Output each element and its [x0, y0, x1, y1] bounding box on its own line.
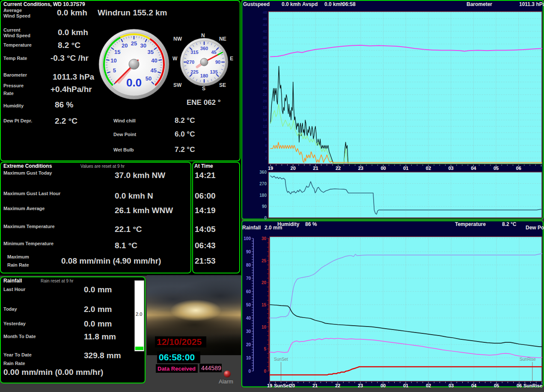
compass-cardinal-sw: SW	[173, 82, 181, 88]
svg-text:20: 20	[262, 280, 267, 285]
svg-text:02: 02	[426, 166, 431, 171]
svg-text:0.0: 0.0	[126, 76, 142, 89]
svg-text:03: 03	[448, 166, 453, 171]
temp-rate-value: -0.3 °C /hr	[51, 53, 89, 63]
svg-text:03: 03	[449, 383, 454, 387]
current-conditions-title: Current Conditions, WD 10.37S79	[3, 1, 85, 7]
svg-text:12: 12	[263, 124, 267, 128]
wind-speed-direction-chart[interactable]: 2468101214161820222426283032343638404244…	[242, 0, 544, 220]
svg-text:01: 01	[403, 166, 408, 171]
avg-wind-label-1: Average	[3, 8, 22, 13]
weather-display-window: Current Conditions, WD 10.37S79 Average …	[0, 0, 544, 392]
barometer-value: 1011.3 hPa	[53, 72, 94, 82]
svg-text:40: 40	[263, 36, 267, 40]
dew-depression-value: 2.2 °C	[55, 116, 77, 126]
dew-point-value: 6.0 °C	[175, 130, 195, 139]
pressure-rate-label-1: Pressure	[3, 83, 24, 88]
svg-text:225: 225	[190, 69, 198, 74]
dew-depression-label: Dew Pt Depr.	[3, 118, 32, 123]
svg-text:10: 10	[263, 131, 267, 135]
svg-text:20: 20	[263, 99, 267, 103]
alarm-label: Alarm	[219, 378, 233, 385]
svg-text:270: 270	[187, 59, 194, 65]
svg-text:60: 60	[246, 289, 251, 294]
humidity-label: Humidity	[3, 103, 24, 108]
svg-text:20: 20	[290, 383, 295, 387]
extreme-row-value: 26.1 kmh WNW	[115, 206, 173, 215]
svg-text:30: 30	[263, 67, 267, 71]
wet-bulb-value: 7.2 °C	[175, 146, 195, 154]
svg-text:30: 30	[140, 42, 146, 49]
extreme-row-value: 22.1 °C	[115, 225, 142, 234]
svg-text:00: 00	[381, 166, 386, 171]
extreme-row-label2: Rain Rate	[7, 262, 29, 267]
svg-text:50: 50	[246, 303, 251, 307]
rain-rate-label: Rain Rate	[3, 361, 25, 366]
temp-rate-label: Temp Rate	[3, 56, 27, 61]
extreme-row-label: Minimum Temperature	[3, 241, 54, 246]
svg-text:20: 20	[291, 166, 296, 171]
svg-text:04: 04	[471, 383, 477, 387]
svg-text:48: 48	[263, 10, 267, 15]
humidity-temp-dew-rain-chart[interactable]: 0102030405060708090100051015202530SunSet…	[242, 221, 544, 387]
extreme-row-label: Maximum Gust Today	[3, 170, 52, 175]
svg-text:18: 18	[263, 105, 267, 110]
humidity-value: 86 %	[55, 100, 73, 110]
data-received-box: Data Received	[156, 364, 198, 373]
svg-text:22: 22	[335, 383, 340, 387]
svg-text:0: 0	[264, 369, 266, 374]
svg-text:10: 10	[262, 325, 267, 330]
wet-bulb-label: Wet Bulb	[113, 147, 134, 152]
svg-text:10: 10	[110, 57, 116, 64]
temperature-value: 8.2 °C	[58, 41, 80, 50]
webcam-date: 12/10/2025	[157, 337, 202, 347]
rain-row-label: Year To Date	[3, 352, 32, 357]
svg-text:180: 180	[259, 193, 267, 198]
svg-text:46: 46	[263, 17, 267, 21]
cur-wind-value: 0.0 kmh	[58, 28, 88, 37]
svg-text:05: 05	[494, 383, 499, 387]
svg-text:270: 270	[259, 181, 267, 186]
svg-text:100: 100	[244, 236, 251, 241]
extreme-row-value: 0.08 mm/min (4.90 mm/hr)	[61, 256, 161, 266]
svg-text:01: 01	[403, 383, 408, 387]
wind-speed-gauge: 51015202530354045500.0	[98, 28, 170, 101]
svg-text:38: 38	[263, 42, 267, 46]
svg-text:30: 30	[246, 329, 251, 334]
extreme-row-value: 0.0 kmh N	[115, 191, 153, 201]
avg-wind-label-2: Wind Speed	[3, 13, 30, 18]
extreme-conditions-title: Extreme Conditions	[3, 163, 52, 169]
svg-text:45: 45	[211, 50, 217, 55]
svg-text:06: 06	[517, 383, 522, 387]
svg-text:24: 24	[263, 86, 267, 90]
svg-text:80: 80	[246, 263, 251, 267]
compass-cardinal-e: E	[230, 56, 233, 62]
svg-text:05: 05	[493, 166, 499, 171]
extreme-row-label: Maximum	[7, 254, 29, 259]
at-time-title: At Time	[194, 163, 213, 169]
compass-cardinal-w: W	[172, 56, 177, 62]
extreme-row-label: Maximum Gust Last Hour	[3, 191, 60, 196]
svg-text:42: 42	[263, 29, 267, 33]
svg-text:28: 28	[263, 74, 267, 78]
svg-text:21: 21	[313, 166, 318, 171]
extreme-row-value: 37.0 kmh NW	[115, 171, 165, 180]
svg-text:SunSet: SunSet	[274, 383, 290, 387]
extreme-row-time: 06:43	[195, 241, 216, 250]
alarm-indicator[interactable]	[224, 371, 231, 377]
rain-tube-value: 2.0	[136, 312, 142, 317]
svg-text:15: 15	[114, 49, 120, 55]
svg-text:44: 44	[263, 23, 267, 27]
extreme-row-time: 06:00	[195, 191, 216, 201]
svg-text:00: 00	[381, 383, 386, 387]
extreme-row-time: 14:05	[195, 225, 216, 234]
compass-reading: ENE 062 °	[187, 98, 221, 107]
rain-tube-fill	[135, 347, 143, 350]
clock-box: 06:58:00	[157, 351, 200, 363]
compass-cardinal-nw: NW	[173, 36, 182, 42]
svg-text:15: 15	[262, 303, 267, 307]
compass-cardinal-ne: NE	[219, 36, 226, 42]
svg-text:90: 90	[215, 59, 220, 65]
svg-text:10: 10	[246, 356, 251, 360]
svg-text:22: 22	[263, 92, 267, 97]
